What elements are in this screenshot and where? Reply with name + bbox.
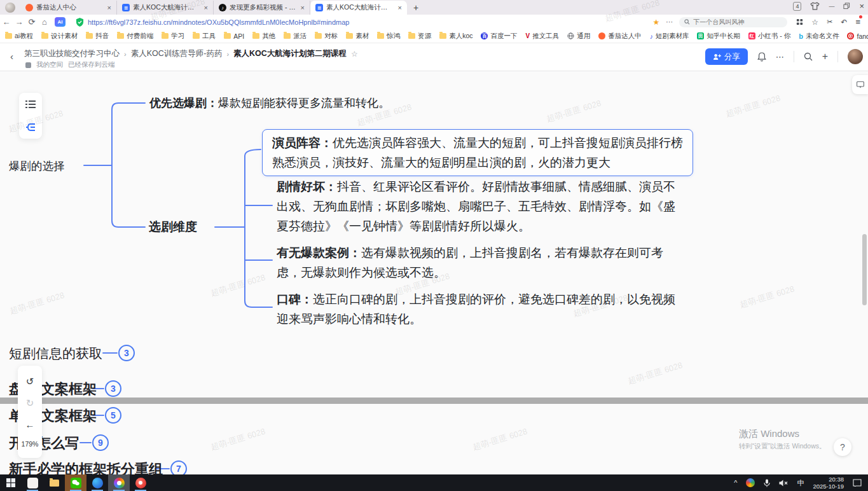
mindmap-node-dimension[interactable]: 选剧维度	[149, 219, 197, 235]
ai-assistant-icon[interactable]: AI	[55, 17, 65, 27]
mindmap-canvas[interactable]: 优先选爆剧：爆款短剧能获得更多流量和转化。 爆剧的选择 选剧维度 演员阵容：优先…	[0, 71, 868, 474]
address-more-icon[interactable]: ⋯	[666, 18, 673, 26]
mindmap-node-opening-suffix[interactable]: 怎么写	[37, 434, 79, 453]
collapse-count-badge[interactable]: 9	[92, 434, 109, 451]
bookmark-item[interactable]: 番茄达人中	[598, 32, 642, 41]
collapse-count-badge[interactable]: 3	[105, 380, 121, 397]
theme-skin-icon[interactable]	[810, 1, 820, 11]
redo-icon[interactable]: ↻	[26, 398, 34, 409]
notifications-bell-icon[interactable]	[757, 52, 766, 62]
bookmark-star-icon[interactable]: ★	[653, 18, 660, 27]
apps-grid-icon[interactable]	[796, 18, 803, 25]
taskbar-app-notes[interactable]	[22, 474, 43, 491]
address-url[interactable]: https://ft6vgl737z.feishu.cn/mindnotes/O…	[88, 18, 349, 26]
bookmark-item[interactable]: ♪短剧素材库	[650, 32, 689, 41]
outline-view-button[interactable]	[19, 93, 42, 116]
doc-search-icon[interactable]	[804, 52, 813, 61]
bookmark-item[interactable]: 其他	[252, 32, 275, 41]
taskbar-app-feishu[interactable]	[86, 474, 108, 491]
taskbar-app-explorer[interactable]	[43, 474, 65, 491]
comment-panel-toggle[interactable]	[852, 75, 868, 94]
minimize-button[interactable]: —	[829, 3, 834, 10]
browser-profile-avatar[interactable]	[5, 3, 15, 13]
mindmap-node-framework-1-suffix[interactable]: 文案框架	[41, 380, 97, 399]
close-icon[interactable]: ×	[300, 4, 306, 11]
bookmark-item[interactable]: 对标	[315, 32, 338, 41]
collapse-count-badge[interactable]: 7	[170, 460, 187, 474]
breadcrumb-item[interactable]: 素人KOC训练营导师-药药	[131, 48, 223, 59]
bookmark-item[interactable]: b未命名文件	[799, 32, 839, 41]
back-icon[interactable]: ←	[0, 17, 13, 27]
bookmark-item[interactable]: API	[224, 32, 244, 40]
bookmark-item[interactable]: 学习	[162, 32, 184, 41]
taskbar-app-browser-active[interactable]	[108, 474, 130, 491]
bookmark-item[interactable]: 素材	[346, 32, 369, 41]
speaker-muted-icon[interactable]	[779, 480, 788, 487]
bookmark-item[interactable]: 素人koc	[439, 32, 472, 41]
mindmap-node-plot[interactable]: 剧情好坏：抖音、红果评论区看评价。好剧情故事细腻、情感细腻、演员不出戏、无狗血剧…	[277, 177, 684, 236]
nav-back-icon[interactable]: ‹	[10, 51, 13, 62]
close-window-button[interactable]: ×	[859, 1, 864, 11]
favorite-star-icon[interactable]: ☆	[351, 50, 358, 59]
browser-tab-3[interactable]: ♪ 发现更多精彩视频 - 抖音搜索 ×	[214, 1, 310, 15]
bookmark-item[interactable]: 设计素材	[41, 32, 78, 41]
mindmap-node-reputation[interactable]: 口碑：选正向口碑的剧，上抖音搜剧的评价，避免选口碑差的剧，以免视频迎来骂声影响心…	[277, 289, 684, 329]
space-label[interactable]: 我的空间	[36, 60, 63, 69]
close-icon[interactable]: ×	[106, 4, 113, 11]
browser-search-box[interactable]	[679, 17, 787, 27]
create-new-icon[interactable]: +	[822, 51, 828, 62]
bookmark-item[interactable]: 工具	[193, 32, 216, 41]
bookmark-item[interactable]: 惊鸿	[377, 32, 400, 41]
mindmap-node-info-source[interactable]: 短剧信息的获取	[9, 345, 102, 363]
mindmap-node-root[interactable]: 爆剧的选择	[9, 158, 65, 174]
start-button[interactable]	[0, 474, 22, 491]
mindmap-node-framework-2-suffix[interactable]: 文案框架	[41, 406, 97, 425]
notification-center-icon[interactable]	[853, 479, 862, 487]
new-tab-button[interactable]: +	[413, 3, 418, 13]
bookmark-item[interactable]: 资源	[408, 32, 431, 41]
bookmark-item[interactable]: Gfanqie-no	[847, 32, 868, 40]
mindmap-node-cast-selected[interactable]: 演员阵容：优先选演员阵容强大、流量大的短剧，可上抖音搜短剧演员排行榜熟悉演员，演…	[262, 129, 693, 176]
tray-browser-icon[interactable]	[746, 478, 755, 487]
favorites-icon[interactable]: ☆	[811, 18, 818, 27]
browser-tab-1[interactable]: 番茄达人中心 ×	[20, 1, 117, 15]
help-button[interactable]: ?	[834, 438, 851, 456]
ime-indicator[interactable]: 中	[797, 478, 804, 488]
breadcrumb-item[interactable]: 第三职业技能交付学习中心	[24, 48, 120, 59]
header-more-icon[interactable]: ⋯	[776, 52, 784, 62]
history-undo-icon[interactable]: ↶	[841, 18, 847, 27]
bookmark-item[interactable]: 派活	[284, 32, 307, 41]
share-button[interactable]: 分享	[705, 48, 748, 65]
browser-tab-4-active[interactable]: ≣ 素人KOC大航海计划第二期课 ×	[310, 1, 407, 15]
browser-menu-icon[interactable]: ≡	[855, 17, 860, 27]
user-avatar[interactable]	[848, 49, 863, 64]
screenshot-scissors-icon[interactable]: ✂	[827, 18, 832, 26]
bookmark-item[interactable]: ai教程	[5, 32, 33, 41]
bookmark-item[interactable]: 通用	[567, 32, 590, 41]
mindmap-node-priority[interactable]: 优先选爆剧：爆款短剧能获得更多流量和转化。	[149, 95, 390, 111]
site-security-icon[interactable]	[76, 18, 84, 27]
vertical-scrollbar[interactable]	[862, 234, 867, 305]
bookmark-item[interactable]: V推文工具	[525, 32, 559, 41]
back-to-root-icon[interactable]: ←	[25, 419, 35, 430]
bookmark-item[interactable]: 百百度一下	[481, 32, 517, 41]
microphone-icon[interactable]	[764, 479, 770, 487]
bookmark-item[interactable]: 红小红书 - 你	[748, 32, 790, 41]
bookmark-item[interactable]: 抖音	[86, 32, 109, 41]
tray-clock[interactable]: 20:38 2025-10-19	[813, 476, 844, 490]
taskbar-app-360[interactable]	[130, 474, 151, 491]
browser-tab-2[interactable]: ≣ 素人KOC大航海计划第二期课 ×	[117, 1, 214, 15]
search-input[interactable]	[693, 18, 776, 25]
close-icon[interactable]: ×	[397, 4, 403, 11]
tray-expand-icon[interactable]: ^	[734, 479, 737, 487]
close-icon[interactable]: ×	[203, 4, 209, 11]
taskbar-app-wechat-active[interactable]	[65, 474, 86, 491]
mindmap-node-hit-cases[interactable]: 有无爆款案例：选有爆款视频的剧，上抖音搜剧名，若有爆款存在则可考虑，无爆款则作为…	[277, 243, 684, 282]
undo-icon[interactable]: ↺	[26, 376, 34, 387]
zoom-level[interactable]: 179%	[22, 440, 39, 448]
collapse-count-badge[interactable]: 3	[118, 345, 135, 361]
collapse-count-badge[interactable]: 5	[105, 407, 121, 424]
mindmap-view-button[interactable]	[19, 116, 42, 139]
mindmap-node-recombine[interactable]: 新手必学的框架拆分重组	[9, 460, 163, 474]
home-icon[interactable]: ⌂	[38, 17, 51, 27]
